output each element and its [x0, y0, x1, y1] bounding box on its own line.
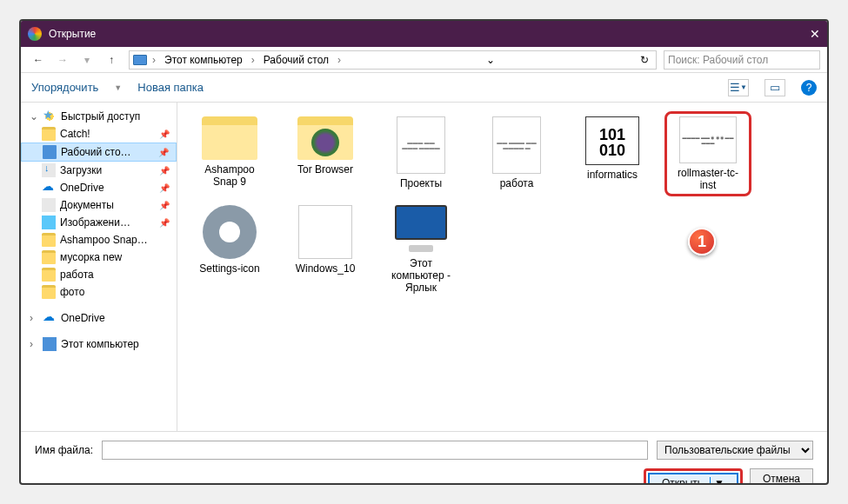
open-button-highlight: Открыть ▼ [644, 468, 743, 485]
folder-icon [42, 233, 56, 247]
tree-item-work[interactable]: работа [21, 266, 177, 283]
pc-icon [133, 55, 147, 65]
close-icon[interactable]: ✕ [810, 27, 820, 41]
cloud-icon [43, 311, 57, 325]
address-dropdown-icon[interactable]: ⌄ [483, 54, 498, 66]
pin-icon: 📌 [159, 218, 170, 228]
up-button[interactable]: ↑ [101, 50, 122, 70]
titlebar[interactable]: Открытие ✕ [21, 21, 827, 47]
new-folder-button[interactable]: Новая папка [137, 81, 204, 94]
expand-icon[interactable]: › [30, 312, 38, 324]
open-button[interactable]: Открыть ▼ [648, 473, 738, 485]
help-icon[interactable]: ? [801, 80, 817, 96]
folder-preview-icon: ▬▬▬ ▬▬ ▬▬▬ ▬▬▬▬ [397, 116, 445, 174]
organize-menu[interactable]: Упорядочить [31, 81, 98, 94]
gear-icon [203, 205, 257, 259]
folder-icon [42, 285, 56, 299]
crumb-root[interactable]: Этот компьютер [161, 54, 246, 66]
window-title: Открытие [49, 28, 96, 40]
folder-preview-icon: ▬▬ ▬▬▬ ▬▬ ▬▬▬▬ ▬ [492, 116, 541, 174]
filename-input[interactable] [102, 441, 648, 460]
pdf-thumbnail-icon: ▬▬▬▬ ▬▬ ◉ ◉ ◉ ▬▬ ▬▬▬ [679, 116, 737, 163]
file-open-dialog: Открытие ✕ ← → ▾ ↑ › Этот компьютер › Ра… [19, 19, 829, 485]
cancel-button[interactable]: Отмена [750, 468, 813, 485]
file-item[interactable]: Этот компьютер - Ярлык [379, 202, 463, 297]
pin-icon: 📌 [159, 166, 170, 176]
file-item-selected[interactable]: ▬▬▬▬ ▬▬ ◉ ◉ ◉ ▬▬ ▬▬▬rollmaster-tc-inst [666, 113, 750, 195]
preview-pane-button[interactable]: ▭ [765, 79, 785, 96]
tree-item-desktop[interactable]: Рабочий сто…📌 [21, 143, 177, 162]
chrome-icon [28, 27, 42, 41]
open-dropdown-icon[interactable]: ▼ [710, 477, 724, 485]
file-list[interactable]: Ashampoo Snap 9 Tor Browser ▬▬▬ ▬▬ ▬▬▬ ▬… [177, 103, 827, 431]
dialog-footer: Имя файла: Пользовательские файлы Открыт… [21, 431, 827, 485]
tree-item-pictures[interactable]: Изображени…📌 [21, 214, 177, 231]
pin-icon: 📌 [159, 129, 170, 139]
crumb-current[interactable]: Рабочий стол [260, 54, 332, 66]
pictures-icon [42, 216, 56, 229]
folder-icon [42, 268, 56, 282]
file-item[interactable]: Windows_10 [284, 202, 367, 297]
tree-item-photo[interactable]: фото [21, 283, 177, 301]
tree-item-onedrive-pin[interactable]: OneDrive📌 [21, 179, 177, 196]
file-item[interactable]: Ashampoo Snap 9 [188, 113, 271, 195]
tree-item-documents[interactable]: Документы📌 [21, 196, 177, 214]
cloud-icon [42, 181, 56, 195]
star-icon [43, 109, 57, 123]
download-icon [42, 163, 56, 177]
tree-item-ashampoo[interactable]: Ashampoo Snap… [21, 231, 177, 249]
file-item[interactable]: Settings-icon [188, 202, 271, 297]
nav-bar: ← → ▾ ↑ › Этот компьютер › Рабочий стол … [21, 47, 827, 73]
recent-dropdown[interactable]: ▾ [77, 50, 97, 70]
pc-shortcut-icon [393, 205, 449, 254]
tree-item-catch[interactable]: Catch!📌 [21, 125, 177, 143]
view-mode-button[interactable]: ☰ ▼ [728, 79, 749, 96]
search-placeholder: Поиск: Рабочий стол [668, 54, 768, 66]
forward-button[interactable]: → [52, 50, 73, 70]
windows-icon [298, 205, 352, 259]
tree-item-downloads[interactable]: Загрузки📌 [21, 162, 177, 179]
breadcrumb[interactable]: › Этот компьютер › Рабочий стол › ⌄ ↻ [129, 50, 657, 70]
filename-label: Имя файла: [35, 444, 93, 456]
desktop-icon [43, 145, 57, 159]
expand-icon[interactable]: › [30, 338, 38, 350]
tree-quick-access[interactable]: ⌄ Быстрый доступ [21, 108, 177, 125]
file-item[interactable]: 101010informatics [571, 113, 654, 195]
pin-icon: 📌 [158, 148, 169, 157]
folder-icon [202, 116, 257, 160]
pin-icon: 📌 [159, 201, 170, 210]
tree-onedrive[interactable]: ›OneDrive [21, 309, 177, 327]
tree-this-pc[interactable]: ›Этот компьютер [21, 335, 177, 353]
file-item[interactable]: Tor Browser [284, 113, 367, 195]
documents-icon [42, 198, 56, 212]
folder-icon [42, 250, 56, 264]
folder-icon [42, 127, 56, 141]
annotation-badge-1: 1 [688, 228, 716, 255]
pc-icon [43, 337, 57, 351]
toolbar: Упорядочить ▼ Новая папка ☰ ▼ ▭ ? [21, 73, 827, 103]
tree-item-trash[interactable]: мусорка new [21, 249, 177, 266]
file-item[interactable]: ▬▬ ▬▬▬ ▬▬ ▬▬▬▬ ▬работа [475, 113, 558, 195]
file-type-filter[interactable]: Пользовательские файлы [657, 441, 813, 460]
folder-icon [297, 116, 353, 160]
binary-icon: 101010 [585, 116, 639, 165]
refresh-icon[interactable]: ↻ [637, 54, 652, 66]
pin-icon: 📌 [159, 183, 170, 193]
collapse-icon[interactable]: ⌄ [30, 110, 38, 123]
dropdown-icon: ▼ [114, 83, 122, 92]
navigation-tree[interactable]: ⌄ Быстрый доступ Catch!📌 Рабочий сто…📌 З… [21, 103, 177, 431]
search-input[interactable]: Поиск: Рабочий стол [664, 50, 820, 70]
file-item[interactable]: ▬▬▬ ▬▬ ▬▬▬ ▬▬▬▬Проекты [379, 113, 463, 195]
back-button[interactable]: ← [28, 50, 49, 70]
